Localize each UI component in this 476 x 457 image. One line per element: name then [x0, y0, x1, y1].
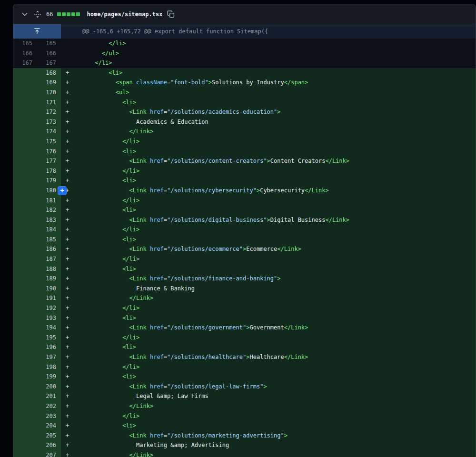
old-line-number[interactable] — [13, 196, 37, 206]
old-line-number[interactable] — [13, 333, 37, 343]
old-line-number[interactable] — [13, 88, 37, 98]
new-line-number[interactable]: 179 — [37, 176, 61, 186]
new-line-number[interactable]: 198 — [37, 362, 61, 372]
expand-hunk-button[interactable] — [13, 24, 61, 39]
old-line-number[interactable] — [13, 235, 37, 245]
new-line-number[interactable]: 187 — [37, 254, 61, 264]
old-line-number[interactable] — [13, 391, 37, 401]
copy-icon[interactable] — [167, 10, 175, 19]
old-line-number[interactable] — [13, 284, 37, 294]
old-line-number[interactable] — [13, 450, 37, 457]
new-line-number[interactable]: 168 — [37, 68, 61, 78]
new-line-number[interactable]: 186 — [37, 244, 61, 254]
old-line-number[interactable] — [13, 176, 37, 186]
new-line-number[interactable]: 202 — [37, 401, 61, 411]
old-line-number[interactable] — [13, 411, 37, 421]
old-line-number[interactable] — [13, 352, 37, 362]
old-line-number[interactable] — [13, 401, 37, 411]
old-line-number[interactable] — [13, 98, 37, 108]
old-line-number[interactable] — [13, 313, 37, 323]
diff-row: 186+ <Link href="/solutions/ecommerce">E… — [13, 244, 476, 254]
new-line-number[interactable]: 173 — [37, 117, 61, 127]
old-line-number[interactable]: 165 — [13, 39, 37, 49]
new-line-number[interactable]: 207 — [37, 450, 61, 457]
new-line-number[interactable]: 167 — [37, 58, 61, 68]
new-line-number[interactable]: 196 — [37, 342, 61, 352]
new-line-number[interactable]: 177 — [37, 156, 61, 166]
new-line-number[interactable]: 170 — [37, 88, 61, 98]
new-line-number[interactable]: 190 — [37, 284, 61, 294]
new-line-number[interactable]: 171 — [37, 98, 61, 108]
diff-row: 191+ </Link> — [13, 293, 476, 303]
old-line-number[interactable] — [13, 264, 37, 274]
old-line-number[interactable]: 167 — [13, 58, 37, 68]
old-line-number[interactable] — [13, 215, 37, 225]
new-line-number[interactable]: 172 — [37, 107, 61, 117]
old-line-number[interactable] — [13, 68, 37, 78]
new-line-number[interactable]: 178 — [37, 166, 61, 176]
old-line-number[interactable] — [13, 107, 37, 117]
new-line-number[interactable]: 182 — [37, 205, 61, 215]
new-line-number[interactable]: 203 — [37, 411, 61, 421]
new-line-number[interactable]: 176 — [37, 147, 61, 157]
old-line-number[interactable] — [13, 225, 37, 235]
new-line-number[interactable]: 184 — [37, 225, 61, 235]
old-line-number[interactable] — [13, 293, 37, 303]
add-comment-button[interactable]: + — [58, 186, 67, 195]
new-line-number[interactable]: 201 — [37, 391, 61, 401]
old-line-number[interactable] — [13, 382, 37, 392]
old-line-number[interactable] — [13, 117, 37, 127]
chevron-down-icon[interactable] — [20, 10, 29, 19]
old-line-number[interactable] — [13, 78, 37, 88]
new-line-number[interactable]: 205 — [37, 431, 61, 441]
unfold-icon[interactable] — [33, 10, 42, 19]
new-line-number[interactable]: 204 — [37, 421, 61, 431]
code-line: <Link href="/solutions/government">Gover… — [74, 323, 308, 333]
diff-row: 200+ <Link href="/solutions/legal-law-fi… — [13, 382, 476, 392]
new-line-number[interactable]: 199 — [37, 372, 61, 382]
new-line-number[interactable]: 206 — [37, 440, 61, 450]
new-line-number[interactable]: 185 — [37, 235, 61, 245]
new-line-number[interactable]: 195 — [37, 333, 61, 343]
old-line-number[interactable] — [13, 147, 37, 157]
old-line-number[interactable] — [13, 421, 37, 431]
old-line-number[interactable] — [13, 342, 37, 352]
code-line: </Link> — [74, 293, 153, 303]
old-line-number[interactable] — [13, 431, 37, 441]
old-line-number[interactable] — [13, 137, 37, 147]
diff-row: 196+ <li> — [13, 342, 476, 352]
new-line-number[interactable]: 200 — [37, 382, 61, 392]
old-line-number[interactable] — [13, 127, 37, 137]
new-line-number[interactable]: 193 — [37, 313, 61, 323]
new-line-number[interactable]: 183 — [37, 215, 61, 225]
old-line-number[interactable] — [13, 323, 37, 333]
new-line-number[interactable]: 169 — [37, 78, 61, 88]
old-line-number[interactable] — [13, 186, 37, 196]
diff-row: 199+ <li> — [13, 372, 476, 382]
old-line-number[interactable] — [13, 156, 37, 166]
old-line-number[interactable] — [13, 274, 37, 284]
old-line-number[interactable] — [13, 362, 37, 372]
new-line-number[interactable]: 175 — [37, 137, 61, 147]
file-name[interactable]: home/pages/sitemap.tsx — [87, 11, 162, 18]
new-line-number[interactable]: 165 — [37, 39, 61, 49]
new-line-number[interactable]: 197 — [37, 352, 61, 362]
diff-marker: + — [66, 431, 74, 441]
old-line-number[interactable] — [13, 244, 37, 254]
old-line-number[interactable] — [13, 254, 37, 264]
new-line-number[interactable]: 166 — [37, 49, 61, 59]
new-line-number[interactable]: 188 — [37, 264, 61, 274]
new-line-number[interactable]: 189 — [37, 274, 61, 284]
diff-row: 202+ </Link> — [13, 401, 476, 411]
old-line-number[interactable] — [13, 372, 37, 382]
new-line-number[interactable]: 192 — [37, 303, 61, 313]
new-line-number[interactable]: 194 — [37, 323, 61, 333]
old-line-number[interactable] — [13, 166, 37, 176]
old-line-number[interactable]: 166 — [13, 49, 37, 59]
new-line-number[interactable]: 174 — [37, 127, 61, 137]
new-line-number[interactable]: 181 — [37, 196, 61, 206]
new-line-number[interactable]: 191 — [37, 293, 61, 303]
old-line-number[interactable] — [13, 303, 37, 313]
old-line-number[interactable] — [13, 205, 37, 215]
old-line-number[interactable] — [13, 440, 37, 450]
